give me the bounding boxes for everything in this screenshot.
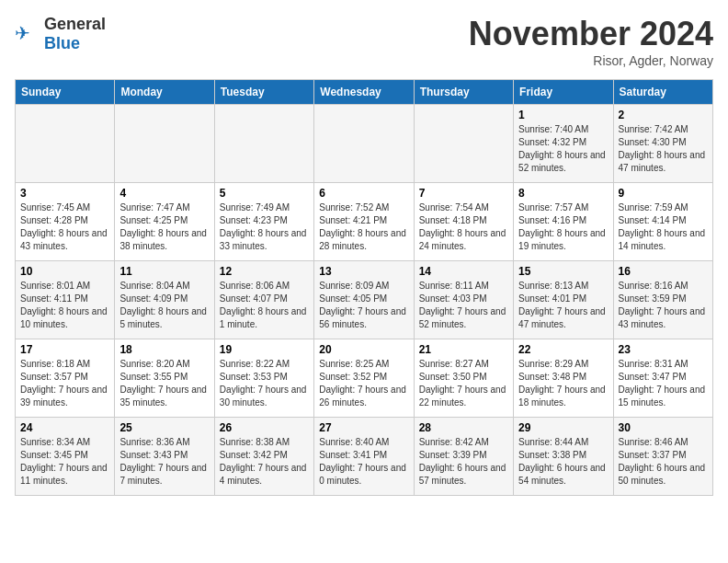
week-row: 1Sunrise: 7:40 AM Sunset: 4:32 PM Daylig… (16, 105, 713, 183)
day-number: 13 (319, 265, 408, 278)
logo-text-general: General (44, 15, 106, 33)
day-info: Sunrise: 7:45 AM Sunset: 4:28 PM Dayligh… (20, 201, 109, 253)
day-info: Sunrise: 8:44 AM Sunset: 3:38 PM Dayligh… (518, 436, 608, 488)
day-info: Sunrise: 8:11 AM Sunset: 4:03 PM Dayligh… (419, 280, 508, 331)
day-number: 16 (619, 265, 708, 278)
day-info: Sunrise: 8:38 AM Sunset: 3:42 PM Dayligh… (220, 436, 309, 488)
day-number: 24 (20, 421, 109, 434)
day-info: Sunrise: 8:40 AM Sunset: 3:41 PM Dayligh… (319, 436, 408, 488)
day-number: 17 (20, 343, 109, 356)
day-info: Sunrise: 7:47 AM Sunset: 4:25 PM Dayligh… (119, 201, 209, 253)
day-info: Sunrise: 7:54 AM Sunset: 4:18 PM Dayligh… (419, 201, 508, 253)
calendar-cell: 16Sunrise: 8:16 AM Sunset: 3:59 PM Dayli… (613, 261, 712, 339)
day-number: 21 (419, 343, 508, 356)
day-info: Sunrise: 7:42 AM Sunset: 4:30 PM Dayligh… (619, 123, 708, 175)
day-number: 26 (220, 421, 309, 434)
day-number: 23 (619, 343, 708, 356)
day-number: 30 (619, 421, 708, 434)
day-number: 19 (220, 343, 309, 356)
logo-icon: ✈ (15, 21, 40, 47)
calendar-cell (16, 105, 115, 183)
location-subtitle: Risor, Agder, Norway (469, 53, 713, 68)
day-number: 28 (419, 421, 508, 434)
day-info: Sunrise: 8:25 AM Sunset: 3:52 PM Dayligh… (319, 358, 408, 409)
week-row: 24Sunrise: 8:34 AM Sunset: 3:45 PM Dayli… (16, 418, 713, 496)
week-row: 10Sunrise: 8:01 AM Sunset: 4:11 PM Dayli… (16, 261, 713, 339)
calendar-cell (414, 105, 513, 183)
calendar-cell: 5Sunrise: 7:49 AM Sunset: 4:23 PM Daylig… (214, 183, 313, 261)
calendar-cell: 24Sunrise: 8:34 AM Sunset: 3:45 PM Dayli… (16, 418, 115, 496)
calendar-cell: 20Sunrise: 8:25 AM Sunset: 3:52 PM Dayli… (314, 339, 414, 418)
day-number: 9 (619, 187, 708, 200)
calendar-cell: 23Sunrise: 8:31 AM Sunset: 3:47 PM Dayli… (613, 339, 712, 418)
day-header-wednesday: Wednesday (314, 80, 414, 105)
header: ✈ General Blue November 2024 Risor, Agde… (15, 15, 713, 68)
day-info: Sunrise: 8:09 AM Sunset: 4:05 PM Dayligh… (319, 280, 408, 331)
week-row: 17Sunrise: 8:18 AM Sunset: 3:57 PM Dayli… (16, 339, 713, 418)
calendar-cell: 3Sunrise: 7:45 AM Sunset: 4:28 PM Daylig… (16, 183, 115, 261)
calendar-cell: 2Sunrise: 7:42 AM Sunset: 4:30 PM Daylig… (613, 105, 712, 183)
calendar-cell: 27Sunrise: 8:40 AM Sunset: 3:41 PM Dayli… (314, 418, 414, 496)
day-number: 18 (119, 343, 209, 356)
day-header-monday: Monday (115, 80, 214, 105)
day-number: 6 (319, 187, 408, 200)
calendar-cell: 10Sunrise: 8:01 AM Sunset: 4:11 PM Dayli… (16, 261, 115, 339)
calendar-cell (314, 105, 414, 183)
day-info: Sunrise: 7:40 AM Sunset: 4:32 PM Dayligh… (518, 123, 608, 175)
day-number: 2 (619, 109, 708, 121)
day-number: 1 (518, 109, 608, 121)
day-number: 10 (20, 265, 109, 278)
day-number: 29 (518, 421, 608, 434)
day-info: Sunrise: 8:20 AM Sunset: 3:55 PM Dayligh… (119, 358, 209, 409)
day-info: Sunrise: 7:57 AM Sunset: 4:16 PM Dayligh… (518, 201, 608, 253)
calendar-cell: 29Sunrise: 8:44 AM Sunset: 3:38 PM Dayli… (514, 418, 613, 496)
week-row: 3Sunrise: 7:45 AM Sunset: 4:28 PM Daylig… (16, 183, 713, 261)
day-header-saturday: Saturday (613, 80, 712, 105)
day-info: Sunrise: 8:18 AM Sunset: 3:57 PM Dayligh… (20, 358, 109, 409)
calendar-cell: 21Sunrise: 8:27 AM Sunset: 3:50 PM Dayli… (414, 339, 513, 418)
calendar-cell: 11Sunrise: 8:04 AM Sunset: 4:09 PM Dayli… (115, 261, 214, 339)
calendar-cell: 1Sunrise: 7:40 AM Sunset: 4:32 PM Daylig… (514, 105, 613, 183)
day-info: Sunrise: 8:46 AM Sunset: 3:37 PM Dayligh… (619, 436, 708, 488)
calendar-cell: 19Sunrise: 8:22 AM Sunset: 3:53 PM Dayli… (214, 339, 313, 418)
calendar-cell (214, 105, 313, 183)
calendar-cell: 12Sunrise: 8:06 AM Sunset: 4:07 PM Dayli… (214, 261, 313, 339)
day-number: 27 (319, 421, 408, 434)
day-header-tuesday: Tuesday (214, 80, 313, 105)
calendar-cell: 25Sunrise: 8:36 AM Sunset: 3:43 PM Dayli… (115, 418, 214, 496)
day-header-sunday: Sunday (16, 80, 115, 105)
day-number: 12 (220, 265, 309, 278)
day-info: Sunrise: 8:04 AM Sunset: 4:09 PM Dayligh… (119, 280, 209, 331)
calendar-cell: 22Sunrise: 8:29 AM Sunset: 3:48 PM Dayli… (514, 339, 613, 418)
calendar-cell (115, 105, 214, 183)
day-number: 25 (119, 421, 209, 434)
day-number: 5 (220, 187, 309, 200)
day-info: Sunrise: 8:27 AM Sunset: 3:50 PM Dayligh… (419, 358, 508, 409)
title-area: November 2024 Risor, Agder, Norway (469, 15, 713, 68)
calendar-cell: 18Sunrise: 8:20 AM Sunset: 3:55 PM Dayli… (115, 339, 214, 418)
calendar-cell: 30Sunrise: 8:46 AM Sunset: 3:37 PM Dayli… (613, 418, 712, 496)
month-title: November 2024 (469, 15, 713, 53)
day-info: Sunrise: 8:34 AM Sunset: 3:45 PM Dayligh… (20, 436, 109, 488)
day-info: Sunrise: 7:59 AM Sunset: 4:14 PM Dayligh… (619, 201, 708, 253)
day-number: 15 (518, 265, 608, 278)
calendar-cell: 28Sunrise: 8:42 AM Sunset: 3:39 PM Dayli… (414, 418, 513, 496)
logo-text-blue: Blue (44, 34, 80, 52)
day-info: Sunrise: 8:29 AM Sunset: 3:48 PM Dayligh… (518, 358, 608, 409)
calendar-cell: 6Sunrise: 7:52 AM Sunset: 4:21 PM Daylig… (314, 183, 414, 261)
day-number: 3 (20, 187, 109, 200)
calendar-cell: 17Sunrise: 8:18 AM Sunset: 3:57 PM Dayli… (16, 339, 115, 418)
day-info: Sunrise: 8:06 AM Sunset: 4:07 PM Dayligh… (220, 280, 309, 331)
calendar-cell: 7Sunrise: 7:54 AM Sunset: 4:18 PM Daylig… (414, 183, 513, 261)
day-number: 7 (419, 187, 508, 200)
logo: ✈ General Blue (15, 15, 106, 53)
day-info: Sunrise: 7:49 AM Sunset: 4:23 PM Dayligh… (220, 201, 309, 253)
day-info: Sunrise: 8:13 AM Sunset: 4:01 PM Dayligh… (518, 280, 608, 331)
calendar-cell: 4Sunrise: 7:47 AM Sunset: 4:25 PM Daylig… (115, 183, 214, 261)
day-info: Sunrise: 8:31 AM Sunset: 3:47 PM Dayligh… (619, 358, 708, 409)
day-number: 22 (518, 343, 608, 356)
calendar-cell: 14Sunrise: 8:11 AM Sunset: 4:03 PM Dayli… (414, 261, 513, 339)
calendar-cell: 13Sunrise: 8:09 AM Sunset: 4:05 PM Dayli… (314, 261, 414, 339)
svg-text:✈: ✈ (15, 23, 30, 43)
calendar-cell: 15Sunrise: 8:13 AM Sunset: 4:01 PM Dayli… (514, 261, 613, 339)
